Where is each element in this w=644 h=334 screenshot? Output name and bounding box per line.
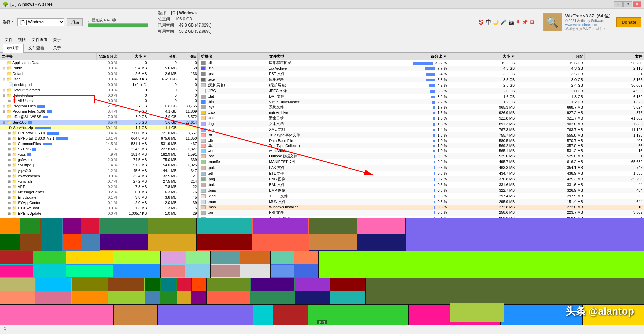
menu-file[interactable]: 文件 xyxy=(3,36,15,43)
tree-expand-icon[interactable]: ⊞ xyxy=(8,180,11,183)
donate-button[interactable]: Donate xyxy=(616,17,641,27)
tree-row[interactable]: ⊞ 📁 Application Data 0.0 % 0 0 0 0 0 202… xyxy=(0,60,198,66)
tree-expand-icon[interactable]: ⊞ xyxy=(8,190,11,194)
drive-select[interactable]: [C:] Windows xyxy=(17,18,64,26)
tree-row[interactable]: ⊞ 📁 Program Files (x86) 8.4 % 4.7 GB 4.1… xyxy=(0,109,198,114)
scan-button[interactable]: 扫描 xyxy=(67,18,83,26)
tree-row[interactable]: ⊞ 📁 All Users 0.0 % 0 0 0 0 0 2019-12-07… xyxy=(0,98,198,103)
tree-row[interactable]: ⊞ 📁 EPEnvUpdate 0.0 % 1,005.7 KB 1.0 MB … xyxy=(0,211,198,216)
col-type-alloc[interactable]: 分配 xyxy=(516,53,584,60)
tree-expand-icon[interactable]: ⊞ xyxy=(3,61,5,65)
tree-row[interactable]: ⊞ 📁 yqzs2.0 1.2 % 45.6 MB 44.1 MB 347 28… xyxy=(0,168,198,173)
tree-row[interactable]: ⊞ 📁 CommonFiles 14.5 % 531.1 MB 531.9 MB… xyxy=(0,141,198,146)
tree-row[interactable]: ⊞ 📁 Default.migrated 0.0 % 0 0 15 0 15 2… xyxy=(0,87,198,93)
type-row[interactable]: .bak BAK 文件 0.6 % 331.6 MB 331.6 MB 44 xyxy=(200,182,644,188)
tree-expand-icon[interactable]: ⊞ xyxy=(8,142,11,146)
menu-fileview[interactable]: 文件查看 xyxy=(30,36,50,43)
tree-row[interactable]: ⊞ 📁 MessageCenter 0.2 % 6.1 MB 6.3 MB 17… xyxy=(0,189,198,195)
col-type-size[interactable]: 大小 ▼ xyxy=(448,53,516,60)
type-row[interactable]: .cab cab Archive 1.6 % 926.9 MB 927.2 MB… xyxy=(200,110,644,115)
tree-row[interactable]: ⊞ 📁 Default User 0.0 % 0 0 0 0 0 2019-12… xyxy=(0,93,198,98)
tree-row[interactable]: 📄 desktop.ini 0.0 % 174 字节 0 0 0 0 2019-… xyxy=(0,82,198,87)
col-type[interactable]: 文件类型 xyxy=(268,53,387,60)
tree-row[interactable]: ⊞ 📁 EPPortal_DS3.0_V2.1 18.1 % 664.8 MB … xyxy=(0,136,198,141)
type-row[interactable]: .wim wim Archive 1.0 % 565.1 MB 531.2 MB… xyxy=(200,148,644,153)
col-pct[interactable]: 父级百分比 xyxy=(96,53,119,60)
type-row[interactable]: .etl ETL 文件 0.8 % 434.7 MB 438.9 MB 1,53… xyxy=(200,171,644,176)
tree-expand-icon[interactable]: ⊞ xyxy=(8,153,11,156)
minimize-button[interactable]: ─ xyxy=(614,1,623,7)
tree-expand-icon[interactable]: ⊞ xyxy=(3,66,5,70)
type-row[interactable]: (无扩展名) (无扩展名) 4.2 % 2.5 GB 2.4 GB 36,069 xyxy=(200,82,644,88)
tree-row[interactable]: ⊞ 📁 Default 0.0 % 2.6 MB 2.6 MB 136 64 7… xyxy=(0,71,198,76)
type-row[interactable]: .ost Outlook 数据文件 0.9 % 525.0 MB 525.0 M… xyxy=(200,153,644,159)
tree-expand-icon[interactable]: ⊞ xyxy=(8,163,11,167)
tree-expand-icon[interactable]: ⊞ xyxy=(3,121,5,124)
tree-expand-icon[interactable]: ⊞ xyxy=(3,115,5,119)
tree-expand-icon[interactable]: ⊞ xyxy=(8,158,11,162)
tree-expand-icon[interactable]: ⊞ xyxy=(8,212,11,216)
tab-about[interactable]: 关于 xyxy=(49,44,65,52)
col-size[interactable]: 大小 ▼ xyxy=(119,53,148,60)
type-row[interactable]: .xml XML 文档 1.4 % 767.3 MB 763.7 MB 11,1… xyxy=(200,127,644,132)
menu-view[interactable]: 视图 xyxy=(16,36,28,43)
tree-row[interactable]: ⊞ 📁 EnvUpdate 0.1 % 3.8 MB 3.8 MB 45 36 … xyxy=(0,195,198,200)
tree-expand-icon[interactable]: ⊞ xyxy=(8,201,11,205)
type-row[interactable]: .pst PST 文件 6.4 % 3.5 GB 3.5 GB 1 xyxy=(200,71,644,77)
col-ext[interactable]: 扩展名 xyxy=(200,53,268,60)
tree-expand-icon[interactable]: ⊞ xyxy=(8,131,11,135)
tree-row[interactable]: ⊞ 📁 APP 0.2 % 7.8 MB 7.8 MB 22 17 5 2018… xyxy=(0,184,198,189)
tree-expand-icon[interactable]: ⊞ xyxy=(8,169,11,173)
tree-row[interactable]: ⊞ 📁 gsfwzx 2.0 % 74.5 MB 75.0 MB 339 308… xyxy=(0,157,198,162)
tree-row[interactable]: ⊞ 📁 yqzs 4.9 % 181.4 MB 182.9 MB 1,591 1… xyxy=(0,152,198,157)
close-button[interactable]: ✕ xyxy=(633,1,641,7)
tree-expand-icon[interactable]: ⊞ xyxy=(8,147,11,151)
tree-expand-icon[interactable]: ⊞ xyxy=(8,137,11,140)
tree-row[interactable]: ⊞ 📁 SyHttpd 1.4 % 51.2 MB 54.0 MB 1,025 … xyxy=(0,162,198,168)
tree-expand-icon[interactable]: ⊞ xyxy=(3,110,5,113)
type-row[interactable]: .png PNG 图像 0.7 % 376.8 MB 425.3 MB 35,2… xyxy=(200,176,644,182)
type-row[interactable]: .pri PRI 文件 0.5 % 258.6 MB 223.7 MB 3,80… xyxy=(200,210,644,216)
tree-expand-icon[interactable]: ⊞ xyxy=(3,94,5,97)
tree-row[interactable]: ⊞ 📁 eTax@SH WSBS 7.0 % 3.9 GB 3.9 GB 3,5… xyxy=(0,114,198,120)
tree-row[interactable]: ⊞ 📁 yqhs_sh 0.7 % 27.2 MB 27.5 MB 214 19… xyxy=(0,179,198,184)
type-row[interactable]: .manife MANIFEST 文件 0.9 % 495.7 MB 616.2… xyxy=(200,159,644,165)
col-items[interactable]: 项目 xyxy=(178,53,198,60)
tree-row[interactable]: ⊞ 📁 Public 0.0 % 5.4 MB 5.6 MB 168 116 5… xyxy=(0,65,198,71)
type-row[interactable]: .sys 系统文件 1.7 % 965.3 MB 668.7 MB 3,024 xyxy=(200,104,644,110)
left-tree-pane[interactable]: 文件夹 父级百分比 大小 ▼ 分配 项目 文件 文件夹 修改时间 属性 ⊞ 📁 … xyxy=(0,53,198,218)
tree-row[interactable]: ⊞ 📁 user 0.0 % 446.3 KB 452.0 KB 4 3 1 2… xyxy=(0,76,198,82)
type-row[interactable]: .JPG JPEG 图像 3.6 % 2.0 GB 2.0 GB 4,959 xyxy=(200,88,644,94)
tree-expand-icon[interactable]: ⊞ xyxy=(8,174,11,178)
tree-expand-icon[interactable]: ⊞ xyxy=(8,206,11,210)
type-row[interactable]: .xlog XLOG 文件 0.5 % 297.4 MB 297.5 MB 35 xyxy=(200,193,644,199)
type-row[interactable]: .ttf TrueType 字体文件 1.3 % 755.7 MB 555.8 … xyxy=(200,132,644,138)
type-row[interactable]: .bin VirtualDriveMaster 2.2 % 1.2 GB 1.2… xyxy=(200,99,644,104)
col-alloc[interactable]: 分配 xyxy=(148,53,178,60)
tree-row[interactable]: ⊞ 📁 Serv100 6.5 % 3.6 GB 3.6 GB 27,614 2… xyxy=(0,120,198,125)
tree-expand-icon[interactable]: ⊞ xyxy=(8,185,11,189)
type-row[interactable]: .db Data Base File 1.0 % 580.5 MB 570.7 … xyxy=(200,138,644,143)
col-folder[interactable]: 文件夹 xyxy=(0,53,97,60)
type-row[interactable]: .cat 安全目录 1.6 % 922.8 MB 921.7 MB 41,382 xyxy=(200,115,644,121)
tree-expand-icon[interactable]: ⊞ xyxy=(3,88,5,92)
type-row[interactable]: .pak PAK 文件 0.8 % 463.3 MB 354.1 MB 746 xyxy=(200,165,644,171)
tree-row[interactable]: ⊞ 📁 SYAppCenter 0.1 % 2.0 MB 2.0 MB 39 3… xyxy=(0,200,198,205)
menu-about[interactable]: 关于 xyxy=(51,36,63,43)
type-row[interactable]: .dat DAT 文件 3.2 % 1.6 GB 1.8 GB 6,139 xyxy=(200,94,644,99)
tree-row[interactable]: ⊞ 📁 PTXSvcBoot 0.0 % 1.3 MB 1.3 MB 5 5 0… xyxy=(0,205,198,211)
type-row[interactable]: .dll 应用程序扩展 35.2 % 19.5 GB 15.6 GB 56,23… xyxy=(200,60,644,66)
tree-row[interactable]: ⊞ 📁 SYPNS 6.1 % 224.5 MB 227.8 MB 1,827 … xyxy=(0,146,198,152)
tree-expand-icon[interactable]: ⊞ xyxy=(8,99,11,103)
type-row[interactable]: .exe 应用程序 6.3 % 3.5 GB 3.0 GB 8,166 xyxy=(200,77,644,82)
col-type-files[interactable]: 文件 xyxy=(584,53,644,60)
tree-expand-icon[interactable]: ⊞ xyxy=(3,72,5,76)
tree-expand-icon[interactable]: ⊞ xyxy=(3,77,5,81)
type-row[interactable]: .bmp BMP 图像 0.6 % 322.7 MB 326.9 MB 484 xyxy=(200,188,644,193)
tree-row[interactable]: ⊞ 📁 xbworkbench 0.9 % 32.4 MB 32.5 MB 12… xyxy=(0,173,198,179)
type-row[interactable]: .log 文本文档 1.6 % 891.3 MB 902.8 MB 7,885 xyxy=(200,121,644,127)
tab-fileview[interactable]: 文件查看 xyxy=(24,44,48,52)
tree-row[interactable]: ⊞ 📁 Program Files 12.1 % 6.7 GB 6.8 GB 3… xyxy=(0,103,198,109)
type-row[interactable]: .mun MUN 文件 0.5 % 295.9 MB 151.4 MB 644 xyxy=(200,199,644,205)
tree-row[interactable]: ⊞ 📁 EPPortal_DS3.0 19.4 % 711.6 MB 721.0… xyxy=(0,130,198,136)
